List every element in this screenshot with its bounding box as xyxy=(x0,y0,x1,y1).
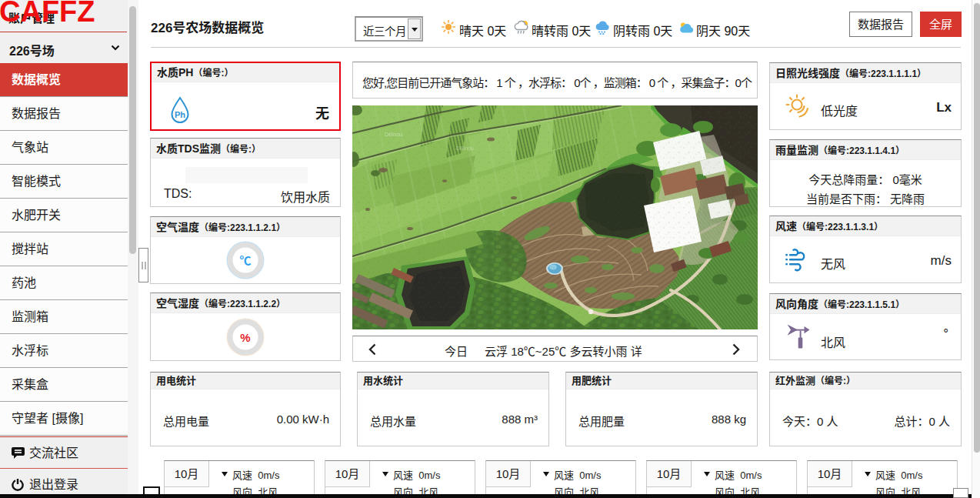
svg-text:Ph: Ph xyxy=(175,110,185,119)
